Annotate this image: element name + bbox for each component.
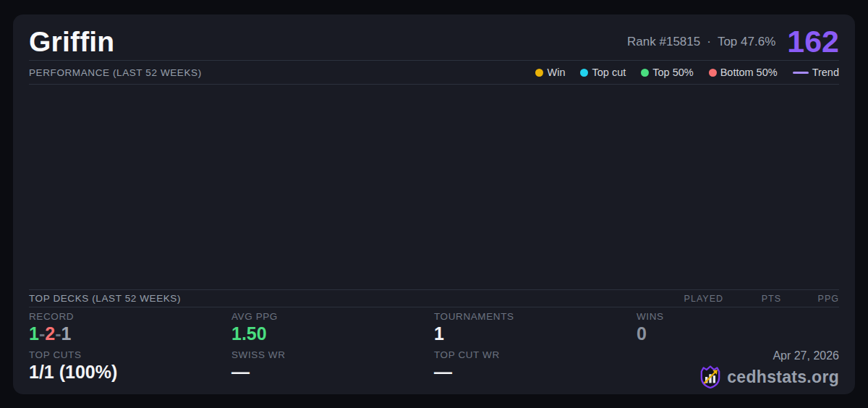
stat-label: TOP CUT WR bbox=[434, 349, 637, 360]
stat-avg-ppg: AVG PPG 1.50 bbox=[231, 311, 434, 349]
top-cut-dot-icon bbox=[580, 69, 588, 77]
top-cut-wr-value: — bbox=[434, 362, 637, 381]
stat-top-cuts: TOP CUTS 1/1 (100%) bbox=[29, 349, 231, 390]
brand-text: cedhstats.org bbox=[727, 367, 839, 387]
legend-label: Bottom 50% bbox=[720, 67, 778, 78]
player-name: Griffin bbox=[29, 27, 114, 56]
avg-ppg-value: 1.50 bbox=[231, 324, 434, 343]
column-header-pts: PTS bbox=[723, 294, 781, 304]
wins-value: 0 bbox=[637, 324, 839, 343]
stat-wins: WINS 0 bbox=[637, 311, 839, 349]
legend-label: Top 50% bbox=[652, 67, 693, 78]
cedhstats-shield-logo-icon bbox=[699, 365, 721, 388]
footer-branding: Apr 27, 2026 cedhstats.org bbox=[637, 349, 839, 390]
legend-item-top-50: Top 50% bbox=[641, 67, 693, 78]
card-header: Griffin Rank #15815 · Top 47.6% 162 bbox=[29, 22, 839, 61]
stat-top-cut-wr: TOP CUT WR — bbox=[434, 349, 637, 390]
top-50-dot-icon bbox=[641, 69, 649, 77]
legend-item-top-cut: Top cut bbox=[580, 67, 626, 78]
elo-score: 162 bbox=[787, 27, 839, 56]
legend-label: Top cut bbox=[592, 67, 626, 78]
legend-label: Win bbox=[547, 67, 565, 78]
tournaments-value: 1 bbox=[434, 324, 637, 343]
stat-label: TOP CUTS bbox=[29, 349, 231, 360]
win-dot-icon bbox=[535, 69, 543, 77]
player-stats-card: Griffin Rank #15815 · Top 47.6% 162 PERF… bbox=[13, 14, 855, 394]
top-decks-column-headers: PLAYED PTS PPG bbox=[665, 294, 839, 304]
top-decks-section-header: TOP DECKS (LAST 52 WEEKS) PLAYED PTS PPG bbox=[29, 290, 839, 307]
performance-section-header: PERFORMANCE (LAST 52 WEEKS) Win Top cut … bbox=[29, 61, 839, 85]
record-wins: 1 bbox=[29, 323, 39, 344]
top-decks-title: TOP DECKS (LAST 52 WEEKS) bbox=[29, 293, 181, 304]
column-header-ppg: PPG bbox=[781, 294, 839, 304]
brand-row: cedhstats.org bbox=[699, 365, 839, 388]
bottom-50-dot-icon bbox=[709, 69, 717, 77]
stat-label: RECORD bbox=[29, 311, 231, 322]
record-value: 1-2-1 bbox=[29, 324, 231, 343]
top-cuts-value: 1/1 (100%) bbox=[29, 362, 231, 381]
record-losses: 2 bbox=[45, 323, 55, 344]
stat-label: SWISS WR bbox=[231, 349, 434, 360]
performance-title: PERFORMANCE (LAST 52 WEEKS) bbox=[29, 67, 202, 78]
stat-label: AVG PPG bbox=[231, 311, 434, 322]
generated-date: Apr 27, 2026 bbox=[773, 349, 839, 362]
column-header-played: PLAYED bbox=[665, 294, 723, 304]
top-percent-text: Top 47.6% bbox=[718, 35, 775, 49]
performance-chart bbox=[29, 85, 839, 290]
chart-legend: Win Top cut Top 50% Bottom 50% Trend bbox=[535, 67, 839, 78]
legend-item-win: Win bbox=[535, 67, 565, 78]
rank-separator-dot: · bbox=[707, 35, 711, 49]
legend-label: Trend bbox=[812, 67, 839, 78]
record-separator: - bbox=[39, 323, 45, 344]
stat-tournaments: TOURNAMENTS 1 bbox=[434, 311, 637, 349]
legend-item-trend: Trend bbox=[793, 67, 839, 78]
stat-swiss-wr: SWISS WR — bbox=[231, 349, 434, 390]
stats-grid: RECORD 1-2-1 AVG PPG 1.50 TOURNAMENTS 1 … bbox=[29, 307, 839, 390]
swiss-wr-value: — bbox=[231, 362, 434, 381]
stat-label: TOURNAMENTS bbox=[434, 311, 637, 322]
rank-line: Rank #15815 · Top 47.6% bbox=[627, 35, 775, 49]
legend-item-bottom-50: Bottom 50% bbox=[709, 67, 778, 78]
rank-score-cluster: Rank #15815 · Top 47.6% 162 bbox=[627, 27, 839, 56]
stat-label: WINS bbox=[637, 311, 839, 322]
record-draws: 1 bbox=[61, 323, 71, 344]
stat-record: RECORD 1-2-1 bbox=[29, 311, 231, 349]
trend-line-icon bbox=[793, 72, 809, 74]
rank-text: Rank #15815 bbox=[627, 35, 700, 49]
